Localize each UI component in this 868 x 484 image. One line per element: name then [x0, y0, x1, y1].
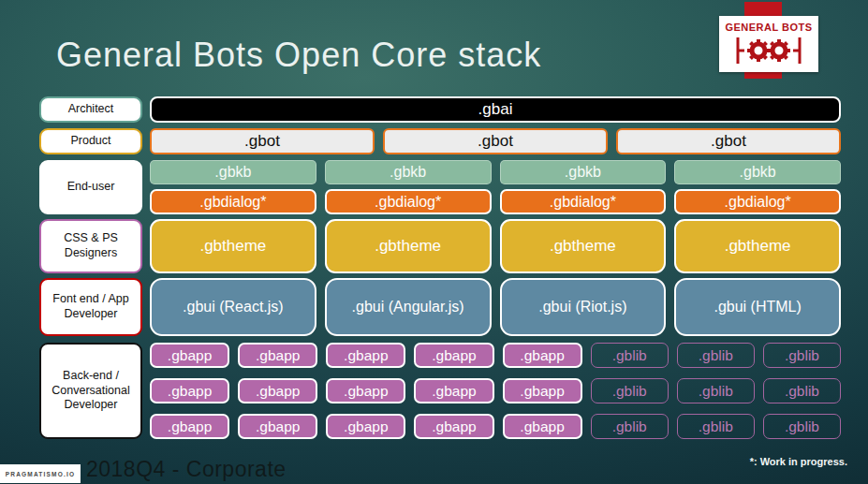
gbapp-box: .gbapp	[238, 414, 317, 439]
gbtheme-bar: .gbtheme	[500, 219, 667, 273]
gbapp-box: .gbapp	[238, 378, 317, 403]
gbot-bar: .gbot	[150, 128, 375, 154]
gbkb-bar: .gbkb	[674, 160, 841, 184]
gbot-bar: .gbot	[383, 128, 608, 154]
role-label-architect: Architect	[39, 96, 142, 123]
gbapp-box: .gbapp	[414, 343, 493, 368]
row-gbkb: .gbkb .gbkb .gbkb .gbkb	[150, 160, 841, 184]
row-gbdialog: .gbdialog* .gbdialog* .gbdialog* .gbdial…	[150, 189, 841, 214]
gbapp-box: .gbapp	[238, 343, 317, 368]
gbui-react-bar: .gbui (React.js)	[150, 278, 316, 336]
gbtheme-bar: .gbtheme	[150, 219, 316, 273]
role-label-css-ps-designers: CSS & PS Designers	[39, 219, 142, 273]
gblib-box: .gblib	[591, 343, 669, 368]
gblib-box: .gblib	[591, 414, 669, 439]
gblib-box: .gblib	[763, 414, 841, 439]
role-label-end-user: End-user	[39, 160, 142, 214]
gbapp-box: .gbapp	[503, 414, 582, 439]
role-label-frontend-app-developer: Font end / App Developer	[39, 278, 142, 336]
gbdialog-bar: .gbdialog*	[674, 189, 841, 214]
footer-caption: 2018Q4 - Corporate	[86, 457, 287, 482]
gbtheme-bar: .gbtheme	[325, 219, 492, 273]
row-gbapp-1: .gbapp .gbapp .gbapp .gbapp .gbapp .gbli…	[150, 343, 841, 368]
gbapp-box: .gbapp	[503, 343, 582, 368]
pragmatismo-logo: PRAGMATISMO.IO	[0, 464, 81, 483]
gblib-box: .gblib	[677, 343, 755, 368]
slide-title: General Bots Open Core stack	[56, 36, 541, 75]
gbui-angular-bar: .gbui (Angular.js)	[325, 278, 492, 336]
gbkb-bar: .gbkb	[500, 160, 667, 184]
gblib-box: .gblib	[591, 378, 669, 403]
row-gbapp-3: .gbapp .gbapp .gbapp .gbapp .gbapp .gbli…	[150, 414, 841, 439]
gbdialog-bar: .gbdialog*	[325, 189, 492, 214]
gbapp-box: .gbapp	[414, 378, 493, 403]
gears-icon	[732, 34, 805, 67]
gbapp-box: .gbapp	[503, 378, 582, 403]
gbot-bar: .gbot	[616, 128, 841, 154]
gblib-box: .gblib	[677, 414, 755, 439]
gbapp-box: .gbapp	[326, 378, 405, 403]
logo-wordmark: GENERAL BOTS	[725, 22, 812, 33]
general-bots-logo: GENERAL BOTS	[719, 16, 818, 72]
work-in-progress-note: *: Work in progress.	[750, 456, 847, 467]
gbui-riot-bar: .gbui (Riot.js)	[500, 278, 667, 336]
role-label-product: Product	[39, 128, 142, 154]
gblib-box: .gblib	[677, 378, 755, 403]
gbapp-box: .gbapp	[150, 378, 229, 403]
gbkb-bar: .gbkb	[150, 160, 316, 184]
gbapp-box: .gbapp	[150, 414, 229, 439]
row-gbtheme: .gbtheme .gbtheme .gbtheme .gbtheme	[150, 219, 841, 273]
row-gbot: .gbot .gbot .gbot	[150, 128, 841, 154]
row-gbapp-2: .gbapp .gbapp .gbapp .gbapp .gbapp .gbli…	[150, 378, 841, 403]
row-gbui: .gbui (React.js) .gbui (Angular.js) .gbu…	[150, 278, 841, 336]
gbui-html-bar: .gbui (HTML)	[674, 278, 841, 336]
gbapp-box: .gbapp	[326, 343, 405, 368]
gbdialog-bar: .gbdialog*	[150, 189, 316, 214]
gbapp-box: .gbapp	[150, 343, 229, 368]
gbkb-bar: .gbkb	[325, 160, 492, 184]
gbdialog-bar: .gbdialog*	[500, 189, 667, 214]
gbtheme-bar: .gbtheme	[674, 219, 841, 273]
row-gbai: .gbai	[150, 96, 841, 123]
gblib-box: .gblib	[763, 343, 841, 368]
role-label-backend-conversational-developer: Back-end / Conversational Developer	[39, 343, 142, 439]
gbai-bar: .gbai	[150, 96, 841, 123]
gbapp-box: .gbapp	[414, 414, 493, 439]
gbapp-box: .gbapp	[326, 414, 405, 439]
gblib-box: .gblib	[763, 378, 841, 403]
